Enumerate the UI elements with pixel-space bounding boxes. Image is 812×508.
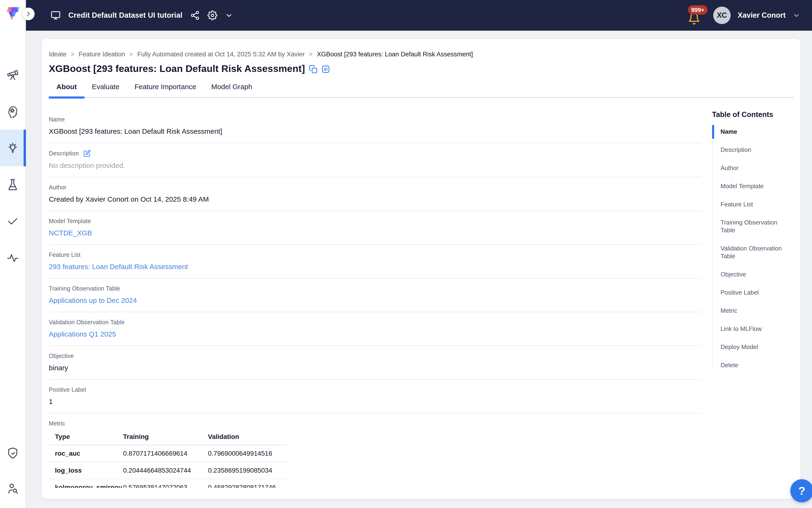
metric-type: log_loss bbox=[49, 462, 123, 479]
section-training-observation-table: Training Observation Table Applications … bbox=[49, 279, 702, 312]
sidebar-item-ideate[interactable] bbox=[0, 130, 26, 166]
tab-evaluate[interactable]: Evaluate bbox=[84, 83, 127, 97]
notification-count-badge: 999+ bbox=[688, 5, 707, 15]
toc-item-objective[interactable]: Objective bbox=[721, 270, 786, 278]
metric-training-value: 0.5769538147072063 bbox=[123, 479, 208, 488]
sidebar-item-user-search[interactable] bbox=[0, 471, 26, 506]
workspace-title: Credit Default Dataset UI tutorial bbox=[69, 11, 182, 19]
toc-item-author[interactable]: Author bbox=[721, 164, 786, 172]
lightbulb-icon bbox=[7, 142, 19, 154]
tab-bar: About Evaluate Feature Importance Model … bbox=[49, 83, 794, 98]
sidebar-item-experiment[interactable] bbox=[0, 166, 26, 203]
toc-item-model-template[interactable]: Model Template bbox=[721, 182, 786, 190]
tab-feature-importance[interactable]: Feature Importance bbox=[127, 83, 204, 97]
model-detail-card: Ideate > Feature Ideation > Fully Automa… bbox=[42, 39, 801, 499]
toc-item-name[interactable]: Name bbox=[721, 128, 786, 136]
toc-item-validation-observation-table[interactable]: Validation Observation Table bbox=[721, 245, 786, 260]
workspace-caret-icon[interactable] bbox=[225, 11, 233, 19]
pulse-icon bbox=[7, 252, 19, 264]
section-label: Author bbox=[49, 184, 702, 191]
metric-table-container: Type Training Validation roc_auc 0.87071… bbox=[49, 429, 702, 488]
training-observation-table-link[interactable]: Applications up to Dec 2024 bbox=[49, 296, 137, 305]
section-label: Name bbox=[49, 116, 702, 123]
left-sidebar bbox=[0, 0, 26, 508]
section-label: Objective bbox=[49, 352, 702, 359]
breadcrumb-item-run[interactable]: Fully Automated created at Oct 14, 2025 … bbox=[137, 51, 305, 58]
tab-model-graph[interactable]: Model Graph bbox=[204, 83, 260, 97]
section-description: Description No description provided. bbox=[49, 143, 702, 177]
table-of-contents: Table of Contents Name Description Autho… bbox=[712, 110, 794, 495]
monitor-icon bbox=[50, 10, 61, 20]
model-name-value: XGBoost [293 features: Loan Default Risk… bbox=[49, 127, 702, 136]
notifications-button[interactable]: 999+ bbox=[686, 5, 706, 26]
sidebar-nav bbox=[0, 56, 26, 276]
section-label: Positive Label bbox=[49, 386, 702, 393]
validation-observation-table-link[interactable]: Applications Q1 2025 bbox=[49, 330, 116, 338]
feature-list-link[interactable]: 293 features: Loan Default Risk Assessme… bbox=[49, 262, 188, 271]
sidebar-expand-button[interactable] bbox=[22, 7, 35, 20]
person-search-icon bbox=[7, 482, 19, 495]
section-objective: Objective binary bbox=[49, 346, 702, 380]
metric-validation-value: 0.46829282808171746 bbox=[208, 479, 287, 488]
sidebar-item-monitor[interactable] bbox=[0, 239, 26, 276]
metric-type: roc_auc bbox=[49, 445, 123, 462]
tab-about[interactable]: About bbox=[49, 83, 84, 97]
model-template-link[interactable]: NCTDE_XGB bbox=[49, 229, 92, 237]
user-avatar[interactable]: XC bbox=[713, 7, 731, 24]
table-row: log_loss 0.20444664853024744 0.235869519… bbox=[49, 462, 287, 479]
section-label: Training Observation Table bbox=[49, 285, 702, 292]
table-row: roc_auc 0.8707171406669614 0.79690006499… bbox=[49, 445, 287, 462]
section-metric: Metric Type Training Validation bbox=[49, 414, 702, 495]
breadcrumb-item-ideate[interactable]: Ideate bbox=[49, 51, 66, 58]
sidebar-item-validate[interactable] bbox=[0, 203, 26, 239]
sidebar-item-governance[interactable] bbox=[0, 435, 26, 471]
description-value: No description provided. bbox=[49, 161, 702, 170]
section-feature-list: Feature List 293 features: Loan Default … bbox=[49, 245, 702, 279]
id-badge-icon[interactable]: ID bbox=[321, 65, 330, 74]
objective-value: binary bbox=[49, 364, 702, 372]
svg-text:ID: ID bbox=[324, 67, 327, 72]
metric-type: kolmogorov_smirnov bbox=[49, 479, 123, 488]
metric-training-value: 0.8707171406669614 bbox=[123, 445, 208, 462]
positive-label-value: 1 bbox=[49, 397, 702, 406]
metric-table: Type Training Validation roc_auc 0.87071… bbox=[49, 429, 287, 488]
metric-training-value: 0.20444664853024744 bbox=[123, 462, 208, 479]
metric-col-type: Type bbox=[49, 429, 123, 445]
toc-item-metric[interactable]: Metric bbox=[721, 307, 786, 314]
sidebar-item-explore[interactable] bbox=[0, 56, 26, 93]
chevron-right-icon bbox=[25, 10, 32, 17]
edit-description-icon[interactable] bbox=[84, 150, 91, 157]
toc-item-feature-list[interactable]: Feature List bbox=[721, 201, 786, 208]
toc-item-link-to-mlflow[interactable]: Link to MLFlow bbox=[721, 325, 786, 333]
metric-validation-value: 0.7969000649914516 bbox=[208, 445, 287, 462]
section-author: Author Created by Xavier Conort on Oct 1… bbox=[49, 177, 702, 211]
copy-icon[interactable] bbox=[309, 65, 318, 74]
breadcrumb-item-feature-ideation[interactable]: Feature Ideation bbox=[79, 51, 125, 58]
section-positive-label: Positive Label 1 bbox=[49, 380, 702, 414]
head-gear-icon bbox=[7, 105, 19, 118]
toc-item-delete[interactable]: Delete bbox=[721, 361, 786, 369]
help-button[interactable]: ? bbox=[790, 479, 812, 502]
sidebar-item-curate[interactable] bbox=[0, 93, 26, 130]
toc-item-description[interactable]: Description bbox=[721, 146, 786, 154]
share-icon[interactable] bbox=[190, 10, 200, 20]
breadcrumb-separator: > bbox=[309, 51, 313, 58]
metric-header-row: Type Training Validation bbox=[49, 429, 287, 445]
page-title: XGBoost [293 features: Loan Default Risk… bbox=[49, 63, 305, 74]
toc-item-training-observation-table[interactable]: Training Observation Table bbox=[721, 219, 786, 234]
user-menu-caret-icon[interactable] bbox=[793, 11, 800, 19]
user-name: Xavier Conort bbox=[738, 11, 785, 19]
telescope-icon bbox=[7, 69, 19, 81]
about-sections: Name XGBoost [293 features: Loan Default… bbox=[49, 110, 702, 495]
shield-check-icon bbox=[7, 447, 19, 459]
metric-col-validation: Validation bbox=[208, 429, 287, 445]
toc-item-positive-label[interactable]: Positive Label bbox=[721, 289, 786, 296]
section-label: Metric bbox=[49, 420, 702, 427]
section-label: Description bbox=[49, 150, 79, 157]
gear-icon[interactable] bbox=[208, 10, 217, 20]
section-label: Feature List bbox=[49, 251, 702, 258]
toc-title: Table of Contents bbox=[712, 111, 794, 119]
toc-item-deploy-model[interactable]: Deploy Model bbox=[721, 343, 786, 351]
toc-list: Name Description Author Model Template F… bbox=[712, 128, 794, 369]
section-name: Name XGBoost [293 features: Loan Default… bbox=[49, 110, 702, 143]
